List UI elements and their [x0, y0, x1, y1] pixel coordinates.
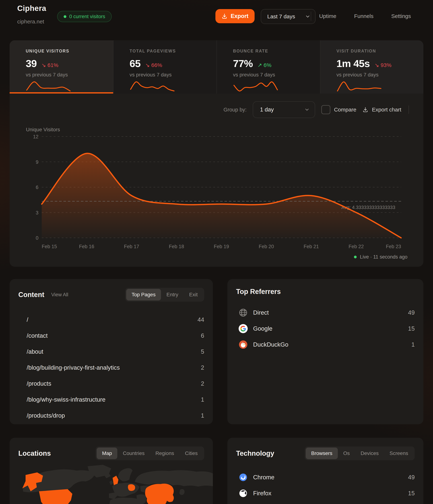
current-visitors-badge: 0 current visitors	[57, 11, 112, 22]
technology-row-count: 49	[408, 474, 415, 481]
content-row[interactable]: /products/drop1	[18, 408, 204, 423]
page-count: 44	[198, 316, 204, 323]
technology-tabs: BrowsersOsDevicesScreens	[305, 446, 415, 460]
page-count: 2	[201, 364, 204, 371]
technology-tab-browsers[interactable]: Browsers	[306, 448, 338, 459]
referrer-row-count: 1	[411, 341, 415, 348]
stat-cards: UNIQUE VISITORS39↘ 61%vs previous 7 days…	[10, 40, 423, 93]
nav-link-funnels[interactable]: Funnels	[354, 13, 373, 19]
stat-sparkline	[337, 81, 382, 92]
technology-tab-screens[interactable]: Screens	[384, 448, 414, 459]
y-tick-label: 12	[33, 134, 38, 139]
technology-row-count: 15	[408, 490, 415, 497]
referrer-row[interactable]: Direct49	[236, 305, 415, 321]
current-visitors-label: 0 current visitors	[69, 14, 105, 19]
analytics-panel: UNIQUE VISITORS39↘ 61%vs previous 7 days…	[10, 40, 423, 267]
locations-panel: Locations MapCountriesRegionsCities	[10, 438, 213, 504]
content-row[interactable]: /about5	[18, 344, 204, 360]
content-panel: Content View All Top PagesEntryExit /44/…	[10, 279, 213, 424]
content-tab-top-pages[interactable]: Top Pages	[126, 289, 161, 300]
content-row[interactable]: /products2	[18, 376, 204, 392]
page-count: 6	[201, 332, 204, 339]
y-tick-label: 6	[36, 185, 38, 190]
x-tick-label: Feb 18	[169, 244, 184, 249]
content-title: Content	[18, 291, 44, 299]
firefox-icon	[239, 489, 248, 498]
page-count: 5	[201, 348, 204, 355]
content-row[interactable]: /blog/building-privacy-first-analytics2	[18, 360, 204, 376]
content-tabs: Top PagesEntryExit	[125, 288, 204, 302]
stat-delta: ↘ 93%	[374, 62, 391, 68]
page-path: /contact	[27, 332, 48, 339]
nav-link-uptime[interactable]: Uptime	[319, 13, 336, 19]
stat-card-bounce-rate[interactable]: BOUNCE RATE77%↗ 6%vs previous 7 days	[216, 40, 320, 93]
technology-row[interactable]	[236, 501, 415, 504]
stat-compare-label: vs previous 7 days	[130, 72, 209, 78]
locations-tab-cities[interactable]: Cities	[180, 448, 203, 459]
stat-compare-label: vs previous 7 days	[233, 72, 313, 78]
referrer-row-count: 49	[408, 309, 415, 316]
referrer-row[interactable]: Google15	[236, 321, 415, 337]
date-range-value: Last 7 days	[267, 13, 295, 20]
stat-label: UNIQUE VISITORS	[26, 49, 106, 54]
content-tab-entry[interactable]: Entry	[161, 289, 184, 300]
technology-tab-devices[interactable]: Devices	[355, 448, 384, 459]
live-dot-icon	[354, 256, 357, 258]
content-row[interactable]: /44	[18, 312, 204, 328]
technology-panel: Technology BrowsersOsDevicesScreens Chro…	[227, 438, 423, 504]
stat-value: 77%	[233, 58, 253, 69]
view-all-link[interactable]: View All	[51, 292, 68, 297]
chart-area	[42, 153, 401, 238]
referrers-title: Top Referrers	[236, 288, 281, 296]
stat-card-unique-visitors[interactable]: UNIQUE VISITORS39↘ 61%vs previous 7 days	[10, 40, 113, 93]
site-domain: ciphera.net	[17, 18, 44, 25]
technology-title: Technology	[236, 450, 274, 457]
header-divider	[311, 12, 311, 21]
technology-row-name: Chrome	[253, 474, 274, 481]
content-row[interactable]: /contact6	[18, 328, 204, 344]
stat-value: 1m 45s	[337, 58, 370, 69]
referrer-row[interactable]: DuckDuckGo1	[236, 337, 415, 353]
page-path: /about	[27, 348, 43, 355]
date-range-dropdown[interactable]: Last 7 days	[261, 9, 315, 24]
locations-tab-regions[interactable]: Regions	[150, 448, 180, 459]
world-map[interactable]	[10, 464, 213, 504]
stat-card-visit-duration[interactable]: VISIT DURATION1m 45s↘ 93%vs previous 7 d…	[320, 40, 424, 93]
referrers-list: Direct49Google15DuckDuckGo1	[236, 305, 415, 353]
page-path: /blog/building-privacy-first-analytics	[27, 364, 120, 371]
y-tick-label: 9	[36, 159, 38, 165]
y-tick-label: 0	[36, 235, 38, 241]
nav-link-settings[interactable]: Settings	[391, 13, 411, 19]
stat-compare-label: vs previous 7 days	[26, 72, 106, 78]
content-row[interactable]: /blog/why-swiss-infrastructure1	[18, 392, 204, 408]
locations-tab-countries[interactable]: Countries	[117, 448, 150, 459]
stat-label: TOTAL PAGEVIEWS	[130, 49, 209, 54]
stat-sparkline	[233, 81, 278, 92]
export-button[interactable]: Export	[216, 9, 255, 23]
stat-card-total-pageviews[interactable]: TOTAL PAGEVIEWS65↘ 66%vs previous 7 days	[113, 40, 217, 93]
content-list: /44/contact6/about5/blog/building-privac…	[18, 312, 204, 423]
page-path: /blog/why-swiss-infrastructure	[27, 396, 105, 403]
page-count: 1	[201, 396, 204, 403]
technology-tab-os[interactable]: Os	[338, 448, 355, 459]
chevron-down-icon	[305, 14, 311, 19]
y-tick-label: 3	[36, 210, 38, 216]
page-count: 1	[201, 412, 204, 419]
technology-row-name: Firefox	[253, 490, 271, 497]
stat-value: 39	[26, 58, 37, 69]
app-logo: Ciphera	[17, 4, 46, 13]
referrer-row-name: Google	[253, 325, 272, 332]
technology-row[interactable]: Chrome49	[236, 469, 415, 485]
x-tick-label: Feb 22	[348, 244, 364, 249]
content-tab-exit[interactable]: Exit	[184, 289, 203, 300]
globe-icon	[239, 308, 248, 317]
x-tick-label: Feb 17	[124, 244, 139, 249]
technology-row[interactable]: Firefox15	[236, 485, 415, 501]
stat-value: 65	[130, 58, 140, 69]
unique-visitors-chart[interactable]: 129630Feb 15Feb 16Feb 17Feb 18Feb 19Feb …	[10, 93, 423, 267]
live-status-text: Live · 11 seconds ago	[360, 254, 407, 260]
x-tick-label: Feb 19	[214, 244, 229, 249]
world-map-svg	[10, 464, 213, 504]
locations-tab-map[interactable]: Map	[97, 448, 117, 459]
live-dot-icon	[64, 15, 66, 18]
